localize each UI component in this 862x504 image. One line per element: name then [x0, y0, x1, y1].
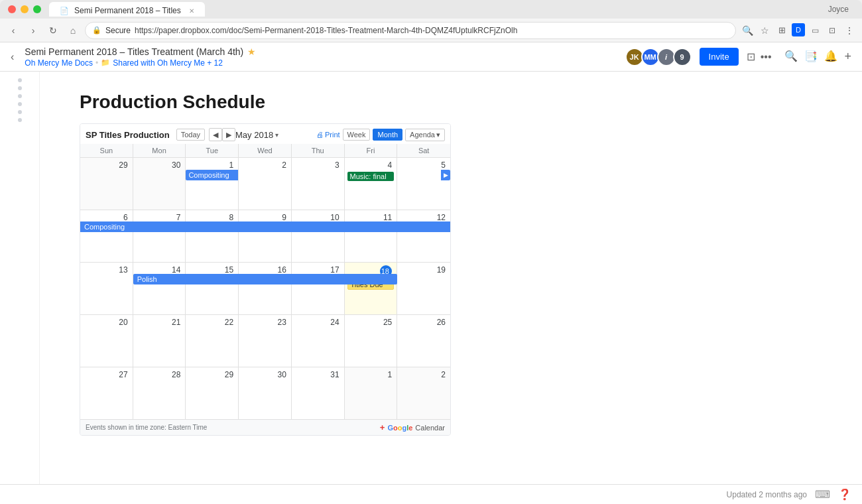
doc-title-text: Semi Permanent 2018 – Titles Treatment (…: [25, 46, 243, 57]
cal-today-button[interactable]: Today: [176, 129, 205, 141]
extension-icon[interactable]: ⊞: [774, 23, 789, 38]
cal-cell-may16[interactable]: 16: [239, 263, 292, 314]
tab-favicon: 📄: [60, 7, 69, 15]
cal-cell-may23[interactable]: 23: [239, 315, 292, 367]
cal-cell-may25[interactable]: 25: [345, 315, 398, 367]
cal-date: 10: [294, 212, 341, 224]
refresh-button[interactable]: ↻: [45, 23, 61, 38]
cal-week-button[interactable]: Week: [343, 129, 371, 141]
bookmark-toolbar-icon[interactable]: 📑: [804, 50, 818, 64]
add-icon[interactable]: +: [844, 50, 851, 64]
cal-cell-jun1[interactable]: 1: [345, 367, 398, 419]
browser-window: 📄 Semi Permanent 2018 – Titles ✕ Joyce ‹…: [0, 0, 862, 504]
cal-cell-may22[interactable]: 22: [186, 315, 239, 367]
notification-icon[interactable]: 🔔: [824, 50, 837, 64]
dropbox-icon[interactable]: D: [792, 23, 805, 36]
help-icon[interactable]: ❓: [838, 488, 851, 501]
cal-cell-may28[interactable]: 28: [133, 367, 186, 419]
present-icon[interactable]: ⊡: [747, 50, 755, 63]
cal-date: 17: [294, 264, 341, 277]
cal-month-dropdown-icon[interactable]: ▾: [275, 131, 278, 139]
cal-cell-apr30[interactable]: 30: [133, 158, 186, 210]
breadcrumb-folder[interactable]: Shared with Oh Mercy Me + 12: [113, 58, 223, 68]
active-tab[interactable]: 📄 Semi Permanent 2018 – Titles ✕: [49, 2, 205, 17]
cal-agenda-button[interactable]: Agenda ▾: [405, 129, 445, 141]
cal-date: 19: [400, 264, 448, 277]
cal-cell-may26[interactable]: 26: [397, 315, 450, 367]
back-button[interactable]: ‹: [5, 23, 21, 38]
sidebar-marker-5: [18, 110, 22, 114]
cal-cell-apr29[interactable]: 29: [80, 158, 133, 210]
more-icon[interactable]: •••: [761, 51, 772, 63]
cal-cell-may4[interactable]: 4 Music: final: [345, 158, 398, 210]
invite-button[interactable]: Invite: [700, 48, 739, 66]
cal-cell-may1[interactable]: 1 Compositing: [186, 158, 239, 210]
search-toolbar-icon[interactable]: 🔍: [784, 50, 798, 64]
cal-cell-may13[interactable]: 13: [80, 263, 133, 314]
close-button[interactable]: [8, 5, 16, 13]
cal-cell-may29[interactable]: 29: [186, 367, 239, 419]
google-calendar-link[interactable]: + Google Calendar: [380, 422, 445, 432]
doc-back-button[interactable]: ‹: [11, 51, 14, 63]
url-actions: 🔍 ☆ ⊞ D ▭ ⊡ ⋮: [740, 23, 857, 38]
cal-date: 26: [400, 316, 448, 329]
day-header-sun: Sun: [80, 144, 133, 157]
agenda-arrow-icon: ▾: [436, 131, 440, 139]
star-icon[interactable]: ★: [247, 46, 256, 57]
cal-date: 13: [83, 264, 130, 277]
maximize-button[interactable]: [33, 5, 41, 13]
cal-cell-may21[interactable]: 21: [133, 315, 186, 367]
cal-cell-may6[interactable]: 6: [80, 210, 133, 262]
bookmark-icon[interactable]: ☆: [757, 23, 772, 38]
cal-print-button[interactable]: 🖨 Print: [316, 131, 340, 139]
cal-header-row: SP Titles Production Today ◀ ▶ May 2018 …: [80, 124, 450, 144]
breadcrumb-root[interactable]: Oh Mercy Me Docs: [25, 58, 93, 68]
toolbar-icons: ⊡ •••: [747, 50, 772, 63]
cal-prev-button[interactable]: ◀: [209, 128, 222, 141]
search-icon[interactable]: 🔍: [740, 23, 755, 38]
cal-cell-may3[interactable]: 3: [292, 158, 345, 210]
doc-title-wrap: Semi Permanent 2018 – Titles Treatment (…: [25, 46, 619, 68]
cal-week-2-container: 6 7 8 9 10: [80, 210, 450, 262]
minimize-button[interactable]: [21, 5, 29, 13]
cal-cell-may8[interactable]: 8: [186, 210, 239, 262]
cal-month-button[interactable]: Month: [373, 129, 402, 141]
titles-due-event[interactable]: Titles Due: [347, 279, 395, 290]
screen-icon[interactable]: ⊡: [825, 23, 839, 38]
cal-cell-may12[interactable]: 12: [397, 210, 450, 262]
cal-next-button[interactable]: ▶: [222, 128, 235, 141]
cal-date: 9: [241, 212, 288, 224]
menu-icon[interactable]: ⋮: [842, 23, 857, 38]
status-bar: Updated 2 months ago ⌨ ❓: [0, 484, 862, 504]
home-button[interactable]: ⌂: [65, 23, 81, 38]
cal-cell-may14[interactable]: 14: [133, 263, 186, 314]
compositing-event-1[interactable]: Compositing: [188, 171, 229, 179]
cal-cell-may10[interactable]: 10: [292, 210, 345, 262]
cal-cell-may19[interactable]: 19: [397, 263, 450, 314]
cal-cell-may31[interactable]: 31: [292, 367, 345, 419]
sidebar-marker-2: [18, 86, 22, 90]
forward-button[interactable]: ›: [25, 23, 41, 38]
cal-cell-may2[interactable]: 2: [239, 158, 292, 210]
main-content: Production Schedule SP Titles Production…: [0, 72, 862, 484]
keyboard-icon[interactable]: ⌨: [815, 488, 830, 501]
cal-date: 2: [400, 369, 448, 381]
cal-cell-may17[interactable]: 17: [292, 263, 345, 314]
cal-cell-may20[interactable]: 20: [80, 315, 133, 367]
cal-cell-may7[interactable]: 7: [133, 210, 186, 262]
cal-cell-may30[interactable]: 30: [239, 367, 292, 419]
cal-cell-may24[interactable]: 24: [292, 315, 345, 367]
cal-cell-may11[interactable]: 11: [345, 210, 398, 262]
cal-cell-may5[interactable]: 5 ▶: [397, 158, 450, 210]
tab-close-button[interactable]: ✕: [189, 7, 194, 15]
cal-date: 11: [347, 212, 395, 224]
cal-cell-may18[interactable]: 18 Titles Due: [345, 263, 398, 314]
cal-cell-jun2[interactable]: 2: [397, 367, 450, 419]
cal-cell-may9[interactable]: 9: [239, 210, 292, 262]
music-final-event[interactable]: Music: final: [347, 172, 395, 181]
url-input[interactable]: 🔒 Secure https://paper.dropbox.com/doc/S…: [85, 22, 736, 39]
cal-cell-may27[interactable]: 27: [80, 367, 133, 419]
cal-cell-may15[interactable]: 15: [186, 263, 239, 314]
cast-icon[interactable]: ▭: [808, 23, 822, 38]
day-header-sat: Sat: [397, 144, 450, 157]
